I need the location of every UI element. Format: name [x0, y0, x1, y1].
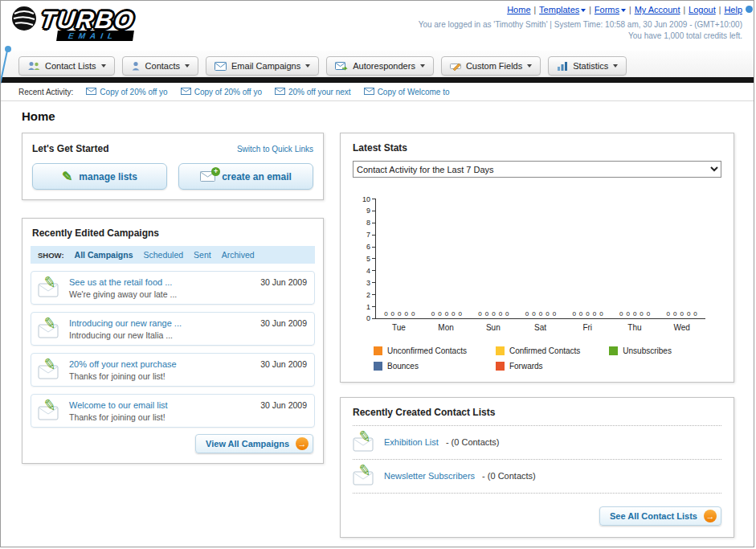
- switch-quick-links[interactable]: Switch to Quick Links: [237, 145, 313, 154]
- header-link-templates[interactable]: Templates: [539, 5, 586, 14]
- chevron-down-icon: [305, 64, 310, 68]
- view-all-campaigns-button[interactable]: View All Campaigns →: [195, 434, 313, 453]
- y-tick-label: 4: [366, 270, 375, 271]
- campaign-item[interactable]: ✎ Welcome to our email list Thanks for j…: [31, 394, 315, 428]
- bar-value-label: 0: [553, 310, 556, 318]
- bar-group: 00000: [611, 310, 659, 318]
- logo-text-email: EMAIL: [56, 31, 134, 41]
- bar-group: 00000: [564, 310, 611, 318]
- x-tick-label: Fri: [564, 323, 611, 332]
- see-all-contact-lists-label: See All Contact Lists: [610, 511, 697, 521]
- legend-item: Confirmed Contacts: [496, 346, 580, 355]
- divider-bar: [1, 77, 754, 83]
- filter-sent[interactable]: Sent: [194, 250, 211, 260]
- contact-list-link[interactable]: Exhibition List: [384, 437, 439, 447]
- contact-list-item[interactable]: ✎ Exhibition List - (0 Contacts): [353, 426, 721, 460]
- see-all-contact-lists-button[interactable]: See All Contact Lists →: [599, 506, 721, 526]
- create-email-button[interactable]: + create an email: [178, 163, 313, 190]
- filter-archived[interactable]: Archived: [222, 250, 255, 260]
- campaign-filter-bar: SHOW: All Campaigns Scheduled Sent Archi…: [31, 246, 315, 264]
- campaign-edit-icon: ✎: [38, 401, 62, 420]
- bar-value-label: 0: [532, 310, 535, 318]
- tab-contact-lists[interactable]: Contact Lists: [18, 56, 115, 76]
- tab-contacts[interactable]: Contacts: [122, 56, 198, 76]
- chevron-down-icon: [527, 64, 532, 68]
- campaign-title-link[interactable]: 20% off your next purchase: [69, 359, 177, 369]
- header-link-home[interactable]: Home: [507, 5, 530, 14]
- filter-all-campaigns[interactable]: All Campaigns: [75, 250, 133, 260]
- bar-group: 00000: [517, 310, 565, 318]
- bar-group: 00000: [423, 310, 471, 318]
- page-title: Home: [22, 109, 734, 123]
- recent-campaigns-panel: Recently Edited Campaigns SHOW: All Camp…: [22, 218, 324, 464]
- tab-label: Autoresponders: [353, 61, 415, 71]
- legend-item: Unconfirmed Contacts: [374, 346, 467, 355]
- contact-list-link[interactable]: Newsletter Subscribers: [384, 471, 475, 481]
- header-link-help[interactable]: Help: [724, 5, 742, 14]
- y-tick-label: 7: [366, 235, 375, 236]
- legend-label: Unsubscribes: [623, 346, 672, 355]
- campaign-edit-icon: ✎: [38, 360, 62, 379]
- bar-value-label: 0: [431, 310, 435, 318]
- bar-value-label: 0: [438, 310, 441, 318]
- recent-activity-link[interactable]: Copy of 20% off yo: [100, 88, 167, 96]
- tab-autoresponders[interactable]: Autoresponders: [326, 56, 434, 76]
- pencil-icon: ✎: [62, 170, 72, 183]
- header-link-my-account[interactable]: My Account: [635, 5, 680, 14]
- tab-statistics[interactable]: Statistics: [548, 56, 627, 76]
- contact-list-item[interactable]: ✎ Newsletter Subscribers - (0 Contacts): [353, 460, 721, 494]
- campaign-title-link[interactable]: Introducing our new range ...: [69, 318, 182, 328]
- legend-swatch: [374, 362, 382, 371]
- bar-value-label: 0: [647, 310, 650, 318]
- bar-value-label: 0: [398, 310, 401, 318]
- stats-range-select[interactable]: Contact Activity for the Last 7 Days: [353, 161, 721, 178]
- tab-email-campaigns[interactable]: Email Campaigns: [206, 56, 319, 76]
- campaign-item[interactable]: ✎ Introducing our new range ... Introduc…: [31, 312, 315, 346]
- x-tick-label: Wed: [658, 323, 705, 332]
- tab-custom-fields[interactable]: Custom Fields: [441, 56, 541, 76]
- filter-scheduled[interactable]: Scheduled: [143, 250, 183, 260]
- bar-value-label: 0: [384, 310, 387, 318]
- bar-value-label: 0: [452, 310, 455, 318]
- chevron-down-icon: [185, 64, 190, 68]
- chart-plot-area: 00000000000000000000000000000000000: [375, 199, 705, 319]
- pencil-icon: ✎: [43, 274, 57, 291]
- legend-item: Forwards: [496, 362, 580, 371]
- legend-label: Forwards: [509, 362, 543, 371]
- create-email-label: create an email: [222, 171, 292, 182]
- legend-swatch: [496, 362, 505, 371]
- tab-label: Contact Lists: [45, 61, 96, 71]
- bar-group: 00000: [658, 310, 705, 318]
- header-link-logout[interactable]: Logout: [689, 5, 716, 14]
- recent-activity-bar: Recent Activity: Copy of 20% off yo Copy…: [1, 83, 754, 101]
- header-link-forms[interactable]: Forms: [595, 5, 626, 14]
- campaign-title-link[interactable]: See us at the retail food ...: [69, 277, 177, 287]
- pencil-icon: ✎: [43, 315, 57, 332]
- bar-value-label: 0: [411, 310, 415, 318]
- show-label: SHOW:: [38, 251, 64, 260]
- recent-activity-link[interactable]: 20% off your next: [288, 88, 351, 96]
- y-tick-label: 6: [366, 247, 375, 248]
- pencil-icon: ✎: [358, 462, 372, 479]
- manage-lists-button[interactable]: ✎ manage lists: [32, 163, 167, 190]
- credits-info: You have 1,000 total credits left.: [419, 31, 742, 40]
- pencil-icon: ✎: [43, 356, 57, 373]
- campaign-title-link[interactable]: Welcome to our email list: [69, 400, 168, 410]
- y-tick-label: 5: [366, 258, 375, 259]
- arrow-right-icon: →: [296, 437, 309, 450]
- campaign-item[interactable]: ✎ 20% off your next purchase Thanks for …: [31, 353, 315, 387]
- legend-swatch: [374, 346, 382, 355]
- login-info: You are logged in as 'Timothy Smith' | S…: [419, 20, 742, 29]
- y-tick-label: 10: [362, 199, 375, 199]
- tab-label: Statistics: [573, 61, 608, 71]
- bar-value-label: 0: [619, 310, 623, 318]
- view-all-campaigns-label: View All Campaigns: [206, 439, 289, 449]
- get-started-title: Let's Get Started: [32, 143, 109, 154]
- campaign-date: 30 Jun 2009: [260, 359, 307, 369]
- recent-activity-link[interactable]: Copy of 20% off yo: [194, 88, 262, 96]
- campaign-item[interactable]: ✎ See us at the retail food ... We're gi…: [31, 271, 315, 305]
- campaign-list: ✎ See us at the retail food ... We're gi…: [22, 264, 323, 429]
- recent-activity-link[interactable]: Copy of Welcome to: [378, 88, 450, 96]
- bar-value-label: 0: [680, 310, 683, 318]
- envelope-icon: [181, 88, 191, 96]
